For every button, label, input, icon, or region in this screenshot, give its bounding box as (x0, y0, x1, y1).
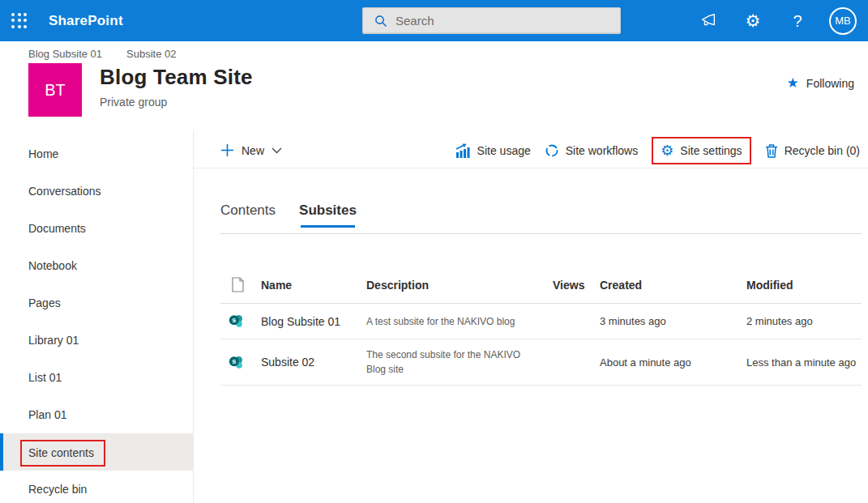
site-header: BT Blog Team Site Private group ★ Follow… (0, 62, 868, 130)
tabs-divider (220, 233, 862, 234)
table-row-blog-subsite-01[interactable]: s Blog Subsite 01 A test subsite for the… (220, 304, 862, 339)
file-type-column-icon (220, 277, 261, 292)
breadcrumb-link-blog-subsite-01[interactable]: Blog Subsite 01 (28, 48, 102, 62)
sidebar-item-home[interactable]: Home (0, 135, 193, 173)
plus-icon (220, 143, 234, 157)
tab-contents[interactable]: Contents (220, 202, 276, 228)
recycle-bin-label: Recycle bin (0) (785, 144, 860, 157)
gear-icon: ⚙ (661, 143, 673, 158)
site-usage-label: Site usage (477, 144, 531, 157)
breadcrumb-link-subsite-02[interactable]: Subsite 02 (126, 48, 176, 62)
column-header-modified[interactable]: Modified (746, 279, 862, 292)
svg-text:s: s (232, 357, 236, 365)
suite-bar: SharePoint ⚙ ? MB (0, 0, 868, 41)
sidebar-item-label: Site contents (28, 446, 94, 459)
search-input[interactable] (396, 14, 598, 28)
site-settings-label: Site settings (680, 144, 742, 157)
following-button[interactable]: ★ Following (787, 76, 854, 90)
star-icon: ★ (787, 76, 799, 90)
sharepoint-site-icon: s (220, 355, 261, 370)
sidebar-item-pages[interactable]: Pages (0, 284, 193, 322)
new-button[interactable]: New (220, 143, 282, 157)
following-label: Following (806, 77, 854, 90)
subsites-table: Name Description Views Created Modified … (220, 277, 862, 386)
bar-chart-icon (455, 143, 471, 158)
chevron-down-icon (272, 147, 282, 154)
tab-subsites[interactable]: Subsites (299, 202, 357, 228)
main-content: New (194, 130, 868, 503)
app-launcher-icon[interactable] (10, 11, 29, 31)
red-annotation-box-site-contents: Site contents (20, 440, 105, 467)
trash-icon (765, 143, 778, 158)
table-header: Name Description Views Created Modified (220, 277, 862, 304)
column-header-views[interactable]: Views (553, 279, 600, 292)
sidebar-item-notebook[interactable]: Notebook (0, 247, 193, 284)
breadcrumb: Blog Subsite 01 Subsite 02 (0, 41, 868, 62)
site-logo[interactable]: BT (28, 63, 82, 117)
sidebar-nav: Home Conversations Documents Notebook Pa… (0, 130, 194, 503)
cell-description: A test subsite for the NAKIVO blog (366, 314, 553, 329)
cell-name[interactable]: Blog Subsite 01 (261, 315, 366, 328)
body-row: Home Conversations Documents Notebook Pa… (0, 130, 868, 503)
sidebar-item-conversations[interactable]: Conversations (0, 173, 193, 210)
site-meta: Blog Team Site Private group (100, 63, 253, 109)
cell-created: 3 minutes ago (600, 315, 746, 327)
sidebar-item-recycle-bin[interactable]: Recycle bin (0, 471, 193, 503)
sidebar-item-library-01[interactable]: Library 01 (0, 322, 193, 359)
cell-modified: Less than a minute ago (746, 356, 862, 369)
suite-bar-right: ⚙ ? MB (699, 7, 857, 35)
site-workflows-button[interactable]: Site workflows (545, 143, 638, 158)
table-row-subsite-02[interactable]: s Subsite 02 The second subsite for the … (220, 339, 862, 386)
content-tabs: Contents Subsites (220, 202, 868, 228)
sidebar-item-site-contents[interactable]: Site contents (0, 433, 193, 471)
new-button-label: New (242, 144, 264, 157)
toolbar-right-group: Site usage Site workflows ⚙ Site setting… (455, 137, 860, 164)
site-privacy-label: Private group (100, 96, 253, 109)
app-name[interactable]: SharePoint (49, 13, 123, 29)
site-title: Blog Team Site (100, 65, 253, 90)
search-icon (374, 15, 387, 28)
megaphone-icon[interactable] (699, 11, 718, 31)
recycle-bin-button[interactable]: Recycle bin (0) (765, 143, 860, 158)
sync-icon (545, 143, 559, 158)
settings-gear-icon[interactable]: ⚙ (743, 11, 763, 31)
svg-text:s: s (232, 316, 236, 324)
site-usage-button[interactable]: Site usage (455, 143, 531, 158)
cell-description: The second subsite for the NAKIVO Blog s… (366, 347, 553, 377)
cell-name[interactable]: Subsite 02 (261, 356, 366, 369)
account-avatar[interactable]: MB (829, 7, 857, 35)
site-workflows-label: Site workflows (566, 144, 638, 157)
sharepoint-site-icon: s (220, 313, 261, 329)
sharepoint-page: SharePoint ⚙ ? MB Blog Subsite 01 Subs (0, 0, 868, 503)
column-header-created[interactable]: Created (600, 279, 746, 292)
site-settings-button[interactable]: ⚙ Site settings (652, 137, 750, 164)
sidebar-item-plan-01[interactable]: Plan 01 (0, 396, 193, 433)
cell-modified: 2 minutes ago (746, 315, 862, 327)
cell-created: About a minute ago (600, 356, 746, 369)
sidebar-item-list-01[interactable]: List 01 (0, 359, 193, 396)
help-icon[interactable]: ? (788, 11, 807, 31)
sidebar-item-documents[interactable]: Documents (0, 210, 193, 247)
column-header-name[interactable]: Name (261, 279, 366, 292)
column-header-description[interactable]: Description (366, 279, 553, 292)
search-box[interactable] (362, 7, 621, 34)
command-toolbar: New (194, 130, 868, 168)
